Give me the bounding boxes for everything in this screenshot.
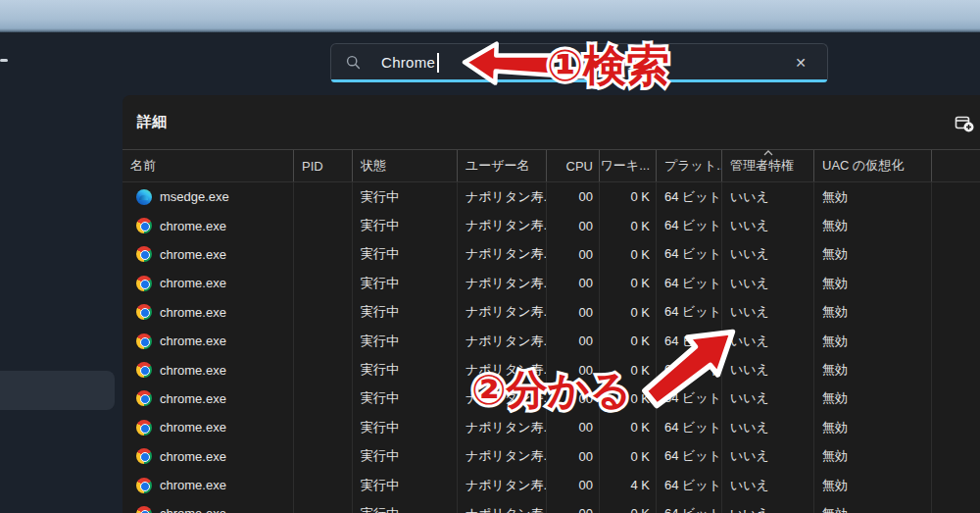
cell-text: いいえ: [730, 389, 769, 407]
cell-filler: [932, 385, 980, 413]
table-row[interactable]: chrome.exe実行中ナポリタン寿...000 K64 ビットいいえ無効: [122, 355, 980, 384]
column-header-platform[interactable]: プラット...: [657, 150, 722, 181]
cell-name: chrome.exe: [122, 298, 294, 327]
cell-text: いいえ: [730, 188, 769, 206]
cell-text: 0 K: [630, 276, 650, 290]
cell-cpu: 00: [547, 471, 600, 499]
column-label: UAC の仮想化: [822, 157, 904, 175]
cell-pid: [294, 298, 353, 327]
column-header-ws[interactable]: ワーキ...: [600, 150, 657, 181]
column-header-pid[interactable]: PID: [294, 150, 353, 181]
cell-text: 無効: [822, 477, 848, 494]
cell-text: 00: [579, 420, 593, 435]
cell-text: 無効: [822, 447, 848, 465]
cell-text: chrome.exe: [160, 363, 226, 378]
chrome-app-icon: [136, 333, 152, 349]
cell-name: chrome.exe: [122, 385, 294, 413]
chrome-app-icon: [136, 246, 152, 262]
search-bar[interactable]: Chrome ✕: [330, 43, 828, 80]
cell-text: 00: [579, 449, 593, 464]
cell-text: いいえ: [730, 217, 769, 234]
cell-text: 実行中: [361, 217, 399, 234]
cell-ws: 0 K: [600, 298, 657, 327]
cell-text: chrome.exe: [160, 420, 226, 435]
background-window-strip: [0, 0, 980, 32]
cell-text: 64 ビット: [664, 333, 721, 350]
chrome-app-icon: [136, 506, 152, 513]
table-row[interactable]: chrome.exe実行中ナポリタン寿...000 K64 ビットいいえ無効: [122, 298, 980, 327]
cell-text: 実行中: [361, 477, 399, 494]
cell-text: いいえ: [730, 303, 769, 321]
column-header-name[interactable]: 名前: [122, 150, 294, 181]
cell-text: 64 ビット: [664, 389, 721, 407]
chrome-app-icon: [136, 362, 152, 378]
cell-text: chrome.exe: [160, 333, 226, 348]
column-header-elevated[interactable]: 管理者特権: [722, 150, 814, 181]
table-header: 名前PID状態ユーザー名CPUワーキ...プラット...管理者特権UAC の仮想…: [122, 149, 980, 182]
cell-uac: 無効: [814, 182, 932, 211]
cell-user: ナポリタン寿...: [458, 499, 547, 513]
cell-text: 64 ビット: [664, 303, 721, 321]
cell-filler: [932, 298, 980, 327]
cell-elevated: いいえ: [722, 327, 814, 355]
cell-pid: [294, 413, 353, 441]
table-row[interactable]: chrome.exe実行中ナポリタン寿...000 K64 ビットいいえ無効: [122, 499, 980, 513]
chrome-app-icon: [136, 304, 152, 320]
cell-elevated: いいえ: [722, 182, 814, 211]
cell-platform: 64 ビット: [657, 327, 722, 355]
cell-text: 実行中: [361, 505, 399, 513]
clear-search-button[interactable]: ✕: [786, 44, 815, 80]
cell-text: ナポリタン寿...: [466, 447, 547, 465]
column-header-user[interactable]: ユーザー名: [458, 150, 547, 181]
cell-platform: 64 ビット: [657, 269, 722, 297]
table-row[interactable]: chrome.exe実行中ナポリタン寿...000 K64 ビットいいえ無効: [122, 269, 980, 297]
table-row[interactable]: chrome.exe実行中ナポリタン寿...004 K64 ビットいいえ無効: [122, 471, 980, 499]
cell-name: chrome.exe: [122, 413, 294, 441]
table-row[interactable]: chrome.exe実行中ナポリタン寿...000 K64 ビットいいえ無効: [122, 413, 980, 441]
cell-filler: [932, 240, 980, 269]
column-header-cpu[interactable]: CPU: [547, 150, 600, 181]
column-header-uac[interactable]: UAC の仮想化: [814, 150, 932, 181]
column-header-filler[interactable]: [932, 150, 980, 181]
cell-text: 00: [579, 363, 593, 378]
cell-text: 実行中: [361, 389, 399, 407]
cell-pid: [294, 211, 353, 239]
table-row[interactable]: msedge.exe実行中ナポリタン寿...000 K64 ビットいいえ無効: [122, 182, 980, 211]
cell-text: ナポリタン寿...: [466, 477, 547, 494]
cell-filler: [932, 327, 980, 355]
table-body: msedge.exe実行中ナポリタン寿...000 K64 ビットいいえ無効ch…: [122, 182, 980, 513]
cell-text: いいえ: [730, 505, 769, 513]
cell-text: いいえ: [730, 419, 769, 436]
cell-elevated: いいえ: [722, 499, 814, 513]
cell-text: msedge.exe: [160, 189, 229, 204]
cell-filler: [932, 355, 980, 384]
cell-text: 64 ビット: [664, 419, 721, 436]
chrome-app-icon: [136, 218, 152, 233]
cell-text: 0 K: [630, 391, 650, 406]
table-row[interactable]: chrome.exe実行中ナポリタン寿...000 K64 ビットいいえ無効: [122, 240, 980, 269]
cell-text: いいえ: [730, 245, 769, 263]
cell-platform: 64 ビット: [657, 413, 722, 441]
table-row[interactable]: chrome.exe実行中ナポリタン寿...000 K64 ビットいいえ無効: [122, 211, 980, 239]
cell-filler: [932, 499, 980, 513]
search-input[interactable]: Chrome: [381, 54, 435, 71]
cell-status: 実行中: [353, 413, 458, 441]
cell-uac: 無効: [814, 413, 932, 441]
cell-cpu: 00: [547, 499, 600, 513]
cell-platform: 64 ビット: [657, 442, 722, 471]
run-new-task-icon[interactable]: [954, 113, 975, 134]
cell-ws: 0 K: [600, 355, 657, 384]
cell-filler: [932, 413, 980, 441]
column-header-status[interactable]: 状態: [353, 150, 458, 181]
table-row[interactable]: chrome.exe実行中ナポリタン寿...000 K64 ビットいいえ無効: [122, 442, 980, 471]
cell-user: ナポリタン寿...: [458, 298, 547, 327]
cell-text: いいえ: [730, 477, 769, 494]
table-row[interactable]: chrome.exe実行中ナポリタン寿...000 K64 ビットいいえ無効: [122, 385, 980, 413]
sidebar-item-details[interactable]: [0, 371, 115, 410]
table-row[interactable]: chrome.exe実行中ナポリタン寿...000 K64 ビットいいえ無効: [122, 327, 980, 355]
cell-text: 00: [579, 276, 593, 290]
cell-uac: 無効: [814, 471, 932, 499]
cell-cpu: 00: [547, 182, 600, 211]
cell-text: 64 ビット: [664, 217, 721, 234]
cell-text: 00: [579, 219, 593, 233]
